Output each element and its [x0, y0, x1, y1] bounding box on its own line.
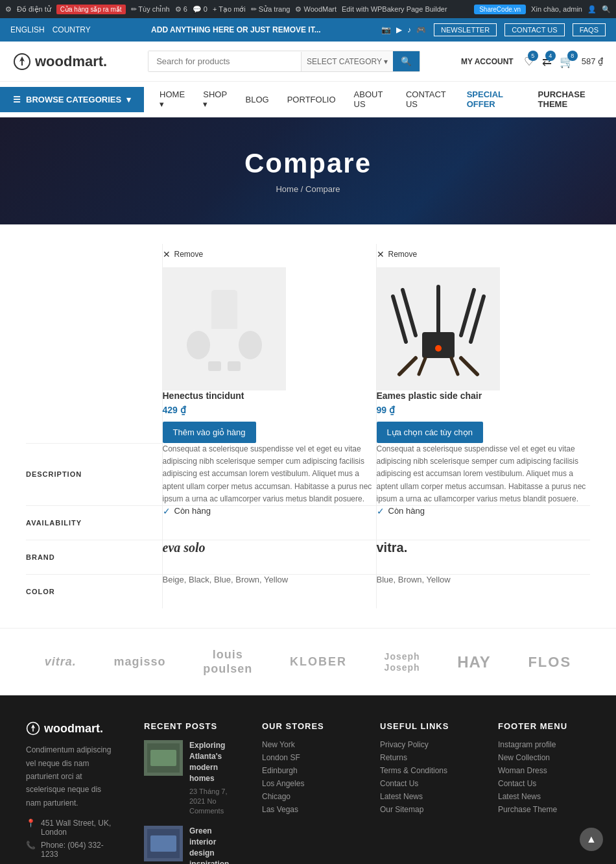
link-returns[interactable]: Returns [380, 753, 472, 762]
product1-add-to-cart-button[interactable]: Thêm vào giỏ hàng [163, 422, 256, 443]
footer-description: Condimentum adipiscing vel neque dis nam… [26, 743, 118, 810]
contact-us-top-button[interactable]: CONTACT US [504, 23, 565, 36]
post1-image [144, 740, 183, 776]
language-selector[interactable]: ENGLISH [10, 25, 45, 34]
compare-count: 4 [545, 51, 556, 61]
search-button[interactable]: 🔍 [393, 51, 420, 71]
nav-portfolio[interactable]: PORTFOLIO [278, 87, 345, 112]
scroll-top-button[interactable]: ▲ [580, 828, 603, 851]
remove2-label: Remove [388, 250, 418, 259]
country-selector[interactable]: COUNTRY [53, 25, 91, 34]
post2-image [144, 826, 183, 861]
compare-section: ✕ Remove Henectus tincidunt 429 ₫ [0, 224, 616, 628]
store-chicago[interactable]: Chicago [262, 792, 354, 801]
search-input[interactable] [148, 51, 301, 71]
store-london-sf[interactable]: London SF [262, 753, 354, 762]
admin-item: ⚙ WoodMart [295, 5, 337, 14]
breadcrumb-home[interactable]: Home [276, 184, 298, 194]
menu-purchase-theme[interactable]: Purchase Theme [498, 805, 590, 814]
newsletter-button[interactable]: NEWSLETTER [434, 23, 497, 36]
product2-availability: ✓ Còn hàng [376, 505, 590, 540]
footer-logo: woodmart. [26, 721, 118, 736]
nav-about[interactable]: ABOUT US [345, 82, 397, 117]
product2-availability-text: Còn hàng [388, 506, 425, 516]
phone-icon: 📞 [26, 841, 36, 850]
brand-hay: HAY [457, 653, 490, 671]
store-los-angeles[interactable]: Los Angeles [262, 779, 354, 788]
menu-woman-dress[interactable]: Woman Dress [498, 766, 590, 775]
menu-latest-news[interactable]: Latest News [498, 792, 590, 801]
header-right: MY ACCOUNT ♡ 5 ⇄ 4 🛒 8 587 ₫ [461, 54, 603, 69]
my-account-link[interactable]: MY ACCOUNT [461, 57, 514, 66]
link-latest-news[interactable]: Latest News [380, 792, 472, 801]
useful-links-title: USEFUL LINKS [380, 721, 472, 731]
nav-home[interactable]: HOME ▾ [150, 82, 194, 117]
admin-item: Đồ điện tử [17, 5, 51, 14]
menu-contact-us[interactable]: Contact Us [498, 779, 590, 788]
breadcrumb: Home / Compare [276, 184, 340, 194]
store-edinburgh[interactable]: Edinburgh [262, 766, 354, 775]
description-label: DESCRIPTION [26, 443, 162, 505]
top-bar-right: 📷 ▶ ♪ 🎮 NEWSLETTER CONTACT US FAQS [381, 23, 606, 36]
footer-phone: 📞 Phone: (064) 332-1233 [26, 841, 118, 859]
nav-special-offer[interactable]: SPECIAL OFFER [458, 82, 529, 117]
top-bar: ENGLISH COUNTRY ADD ANYTHING HERE OR JUS… [0, 18, 616, 42]
nav-contact[interactable]: CONTACT US [397, 82, 458, 117]
browse-categories-button[interactable]: ☰ BROWSE CATEGORIES ▾ [0, 87, 144, 112]
link-terms[interactable]: Terms & Conditions [380, 766, 472, 775]
product2-brand-name: vitra. [377, 540, 591, 555]
link-privacy[interactable]: Privacy Policy [380, 740, 472, 749]
nav-blog[interactable]: BLOG [237, 87, 278, 112]
link-contact[interactable]: Contact Us [380, 779, 472, 788]
nav-shop[interactable]: SHOP ▾ [194, 82, 236, 117]
link-sitemap[interactable]: Our Sitemap [380, 805, 472, 814]
faqs-button[interactable]: FAQS [573, 23, 606, 36]
category-select[interactable]: SELECT CATEGORY ▾ [301, 52, 393, 71]
navigation: ☰ BROWSE CATEGORIES ▾ HOME ▾ SHOP ▾ BLOG… [0, 82, 616, 117]
svg-rect-5 [208, 361, 221, 371]
nav-purchase-theme[interactable]: PURCHASE THEME [529, 82, 610, 117]
store-new-york[interactable]: New York [262, 740, 354, 749]
discord-icon[interactable]: 🎮 [416, 25, 426, 34]
compare-button[interactable]: ⇄ 4 [542, 54, 552, 69]
brands-strip: vitra. magisso louispoulsen KLOBER Josep… [0, 628, 616, 695]
product2-select-options-button[interactable]: Lựa chọn các tùy chọn [377, 422, 483, 443]
product2-colors: Blue, Brown, Yellow [376, 574, 590, 608]
breadcrumb-separator: / [301, 184, 305, 194]
menu-instagram[interactable]: Instagram profile [498, 740, 590, 749]
youtube-icon[interactable]: ▶ [396, 25, 402, 34]
footer-useful-links-col: USEFUL LINKS Privacy Policy Returns Term… [380, 721, 472, 864]
brand-joseph-joseph: JosephJoseph [385, 651, 420, 673]
product1-availability: ✓ Còn hàng [162, 505, 376, 540]
social-icons: 📷 ▶ ♪ 🎮 [381, 25, 426, 34]
tiktok-icon[interactable]: ♪ [407, 25, 411, 34]
brand-klober: KLOBER [290, 655, 347, 669]
product1-brand: eva solo [162, 540, 376, 574]
admin-item: ✏ Tùy chỉnh [131, 5, 170, 14]
availability-label: AVAILABILITY [26, 505, 162, 540]
remove1-label: Remove [174, 250, 204, 259]
post1-thumbnail [147, 743, 180, 773]
main-nav: HOME ▾ SHOP ▾ BLOG PORTFOLIO ABOUT US CO… [144, 82, 616, 117]
svg-line-11 [403, 290, 416, 335]
cart-button[interactable]: 🛒 8 [560, 54, 574, 69]
remove-product1-button[interactable]: ✕ Remove [163, 244, 376, 267]
color-label: COLOR [26, 574, 162, 608]
store-las-vegas[interactable]: Las Vegas [262, 805, 354, 814]
menu-new-collection[interactable]: New Collection [498, 753, 590, 762]
wishlist-button[interactable]: ♡ 5 [524, 54, 534, 69]
description-row: DESCRIPTION Consequat a scelerisque susp… [26, 443, 590, 505]
logo-icon [13, 53, 31, 71]
instagram-icon[interactable]: 📷 [381, 25, 391, 34]
cart-count: 8 [567, 51, 578, 61]
remove-product2-button[interactable]: ✕ Remove [377, 244, 591, 267]
hamburger-icon: ☰ [13, 95, 21, 104]
svg-rect-24 [150, 750, 176, 766]
hero-section: Compare Home / Compare [0, 117, 616, 224]
product2-name: Eames plastic side chair [377, 390, 591, 401]
logo[interactable]: woodmart. [13, 53, 107, 71]
cart-price: 587 ₫ [582, 56, 603, 66]
availability-row: AVAILABILITY ✓ Còn hàng ✓ Còn hàng [26, 505, 590, 540]
post2-title: Green interior design inspiration [189, 826, 236, 864]
footer-address: 📍 451 Wall Street, UK, London [26, 819, 118, 837]
